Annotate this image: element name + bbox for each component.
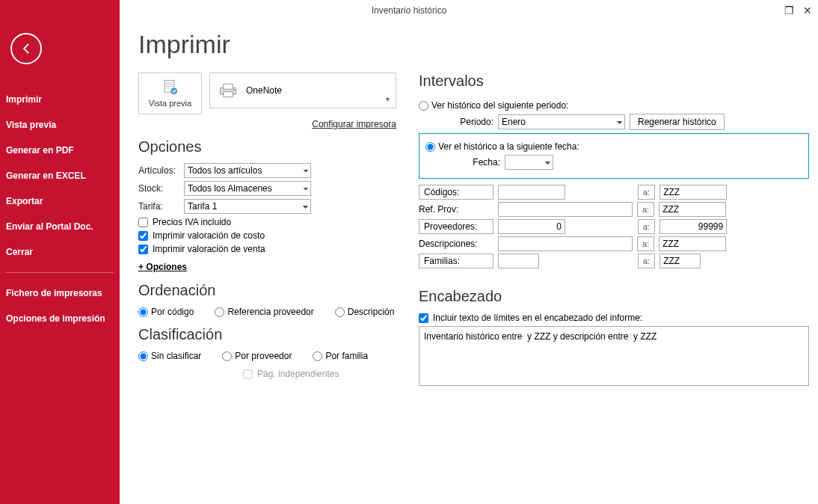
fecha-select[interactable] — [505, 155, 553, 170]
clasificacion-familia-label: Por familia — [325, 351, 368, 361]
familias-to-input[interactable] — [659, 253, 701, 268]
precios-iva-label: Precios IVA incluido — [153, 217, 231, 227]
ordenacion-codigo-radio[interactable] — [138, 307, 148, 317]
document-preview-icon — [160, 79, 181, 96]
back-button[interactable] — [10, 33, 42, 64]
svg-point-5 — [233, 89, 235, 90]
ordenacion-codigo-label: Por código — [151, 307, 194, 317]
sidebar-item-imprimir[interactable]: Imprimir — [0, 87, 120, 112]
intervalos-heading: Intervalos — [419, 73, 809, 90]
clasificacion-sin-label: Sin clasificar — [151, 351, 201, 361]
pag-independientes-checkbox — [243, 369, 253, 379]
arrow-left-icon — [19, 41, 34, 56]
refprov-from-input[interactable] — [498, 202, 633, 217]
valoracion-venta-label: Imprimir valoración de venta — [153, 244, 265, 254]
clasificacion-proveedor-radio[interactable] — [222, 351, 232, 361]
sidebar-item-generar-pdf[interactable]: Generar en PDF — [0, 138, 120, 163]
incluir-limites-checkbox[interactable] — [419, 313, 428, 323]
valoracion-venta-checkbox[interactable] — [138, 245, 148, 254]
printer-icon — [218, 82, 239, 99]
ordenacion-referencia-label: Referencia proveedor — [227, 307, 313, 317]
clasificacion-proveedor-label: Por proveedor — [235, 351, 292, 361]
precios-iva-checkbox[interactable] — [138, 218, 148, 227]
tarifa-select[interactable]: Tarifa 1 — [184, 199, 311, 214]
close-icon[interactable]: ✕ — [803, 4, 812, 16]
familias-from-input[interactable] — [498, 253, 539, 268]
window-title: Inventario histórico — [372, 5, 447, 16]
sidebar: Imprimir Vista previa Generar en PDF Gen… — [0, 0, 120, 504]
codigos-button[interactable]: Códigos: — [419, 185, 493, 200]
ver-fecha-radio[interactable] — [425, 142, 435, 152]
familias-button[interactable]: Familias: — [419, 253, 493, 268]
descripciones-from-input[interactable] — [498, 236, 633, 251]
sidebar-item-exportar[interactable]: Exportar — [0, 188, 120, 214]
printer-name: OneNote — [246, 85, 282, 96]
descripciones-a-separator: a: — [637, 236, 654, 251]
fecha-label: Fecha: — [425, 157, 500, 168]
periodo-select[interactable]: Enero — [498, 114, 625, 129]
articulos-select[interactable]: Todos los artículos — [184, 163, 311, 178]
printer-select[interactable]: OneNote ▾ — [209, 73, 396, 108]
codigos-from-input[interactable] — [498, 185, 565, 200]
ver-fecha-group: Ver el histórico a la siguiente fecha: F… — [419, 133, 809, 179]
proveedores-button[interactable]: Proveedores: — [419, 219, 493, 234]
ordenacion-descripcion-radio[interactable] — [335, 307, 345, 317]
mas-opciones-link[interactable]: + Opciones — [138, 262, 187, 272]
sidebar-item-opciones-impresion[interactable]: Opciones de impresión — [0, 306, 120, 331]
sidebar-divider — [6, 272, 114, 273]
refprov-a-separator: a: — [637, 202, 654, 217]
descripciones-to-input[interactable] — [659, 236, 726, 251]
ordenacion-referencia-radio[interactable] — [215, 307, 224, 317]
svg-rect-3 — [224, 84, 233, 89]
ver-periodo-radio[interactable] — [419, 101, 428, 111]
stock-label: Stock: — [138, 183, 179, 194]
ordenacion-heading: Ordenación — [138, 282, 396, 299]
chevron-down-icon: ▾ — [386, 95, 390, 103]
familias-a-separator: a: — [638, 253, 655, 268]
proveedores-to-input[interactable] — [659, 219, 727, 234]
encabezado-textarea[interactable] — [419, 326, 809, 386]
proveedores-a-separator: a: — [638, 219, 655, 234]
sidebar-item-vista-previa[interactable]: Vista previa — [0, 112, 120, 138]
svg-point-1 — [170, 88, 176, 94]
codigos-a-separator: a: — [638, 185, 655, 200]
clasificacion-sin-radio[interactable] — [138, 351, 148, 361]
stock-select[interactable]: Todos los Almacenes — [184, 181, 311, 196]
clasificacion-heading: Clasificación — [138, 326, 396, 343]
sidebar-item-cerrar[interactable]: Cerrar — [0, 239, 120, 265]
sidebar-item-fichero-impresoras[interactable]: Fichero de impresoras — [0, 280, 120, 306]
proveedores-from-input[interactable] — [498, 219, 565, 234]
refprov-to-input[interactable] — [659, 202, 726, 217]
incluir-limites-label: Incluir texto de límites en el encabezad… — [433, 313, 642, 323]
descripciones-label: Descripciones: — [419, 239, 493, 249]
tarifa-label: Tarifa: — [138, 201, 179, 212]
ver-fecha-label: Ver el histórico a la siguiente fecha: — [438, 141, 579, 152]
valoracion-costo-label: Imprimir valoración de costo — [153, 230, 265, 241]
pag-independientes-label: Pág. independientes — [257, 369, 339, 379]
opciones-heading: Opciones — [138, 138, 396, 156]
sidebar-item-enviar-portal[interactable]: Enviar al Portal Doc. — [0, 214, 120, 239]
regenerar-historico-button[interactable]: Regenerar histórico — [630, 114, 725, 130]
encabezado-heading: Encabezado — [419, 288, 809, 305]
page-title: Imprimir — [138, 30, 809, 59]
clasificacion-familia-radio[interactable] — [313, 351, 322, 361]
periodo-label: Periodo: — [419, 117, 493, 127]
vista-previa-card[interactable]: Vista previa — [138, 73, 202, 114]
refprov-label: Ref. Prov: — [419, 204, 493, 215]
maximize-icon[interactable]: ❐ — [784, 4, 794, 16]
ordenacion-descripcion-label: Descripción — [348, 307, 395, 317]
ver-periodo-label: Ver histórico del siguiente periodo: — [431, 100, 568, 111]
codigos-to-input[interactable] — [659, 185, 727, 200]
sidebar-item-generar-excel[interactable]: Generar en EXCEL — [0, 163, 120, 188]
configurar-impresora-link[interactable]: Configurar impresora — [138, 119, 396, 129]
vista-previa-label: Vista previa — [147, 99, 194, 108]
valoracion-costo-checkbox[interactable] — [138, 231, 148, 241]
svg-rect-4 — [224, 92, 233, 97]
articulos-label: Artículos: — [138, 165, 179, 176]
